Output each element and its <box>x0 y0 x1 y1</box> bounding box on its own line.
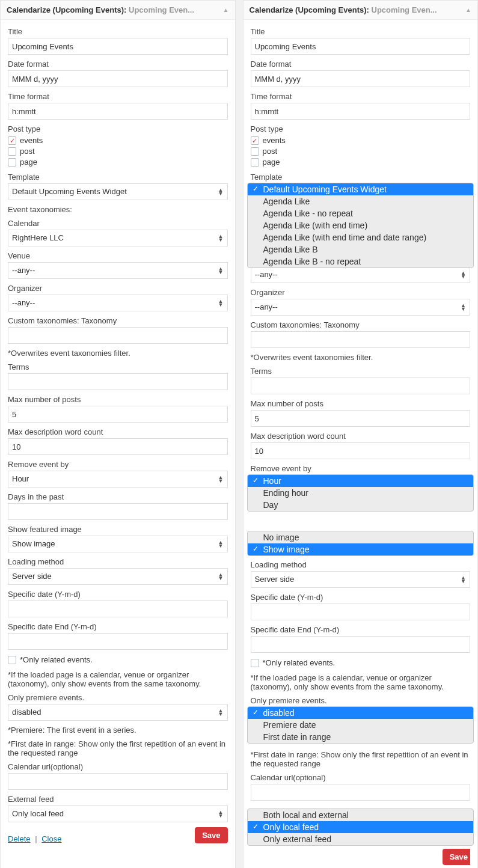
widget-panel-left: Calendarize (Upcoming Events): Upcoming … <box>0 0 236 868</box>
save-button[interactable]: Save <box>195 827 227 843</box>
post-checkbox-label: post <box>20 146 35 157</box>
only-premiere-select[interactable]: disabled ▲▼ <box>8 704 228 721</box>
show-featured-label: Show featured image <box>8 525 228 534</box>
max-posts-label: Max number of posts <box>8 395 228 404</box>
max-posts-input[interactable] <box>251 410 471 427</box>
select-arrows-icon: ▲▼ <box>461 271 466 278</box>
only-premiere-option[interactable]: disabled <box>248 707 474 719</box>
events-checkbox[interactable]: ✓ <box>251 136 259 145</box>
template-option[interactable]: Agenda Like (with end time) <box>248 219 474 231</box>
days-past-label: Days in the past <box>8 492 228 501</box>
show-featured-option[interactable]: Show image <box>248 543 474 555</box>
ext-feed-option[interactable]: Only local feed <box>248 821 474 833</box>
select-arrows-icon: ▲▼ <box>218 299 224 307</box>
remove-by-select[interactable]: Hour ▲▼ <box>8 471 228 487</box>
remove-by-label: Remove event by <box>251 464 471 473</box>
template-option[interactable]: Agenda Like B - no repeat <box>248 255 474 267</box>
spec-date-end-label: Specific date End (Y-m-d) <box>251 625 471 634</box>
ext-feed-label: External feed <box>8 795 228 804</box>
post-type-label: Post type <box>251 124 471 133</box>
max-posts-input[interactable] <box>8 406 228 423</box>
remove-by-option[interactable]: Day <box>248 499 474 511</box>
max-desc-input[interactable] <box>8 438 228 455</box>
spec-date-input[interactable] <box>8 601 228 617</box>
organizer-select[interactable]: --any-- ▲▼ <box>251 299 471 316</box>
terms-input[interactable] <box>8 373 228 390</box>
days-past-input[interactable] <box>8 503 228 520</box>
panel-header[interactable]: Calendarize (Upcoming Events): Upcoming … <box>244 1 478 20</box>
header-suffix: Upcoming Even... <box>372 5 437 14</box>
only-premiere-select-open[interactable]: disabled Premiere date First date in ran… <box>247 706 474 744</box>
page-checkbox[interactable] <box>8 158 16 167</box>
calendar-select[interactable]: RightHere LLC ▲▼ <box>8 230 228 246</box>
ext-feed-select[interactable]: Only local feed ▲▼ <box>8 805 228 822</box>
page-checkbox-label: page <box>20 157 37 168</box>
only-premiere-option[interactable]: Premiere date <box>248 719 474 731</box>
close-link[interactable]: Close <box>41 834 61 843</box>
max-desc-input[interactable] <box>251 442 471 459</box>
template-select[interactable]: Default Upcoming Events Widget ▲▼ <box>8 183 228 200</box>
loading-select[interactable]: Server side ▲▼ <box>8 568 228 585</box>
template-select-open[interactable]: Default Upcoming Events Widget Agenda Li… <box>247 183 474 268</box>
date-format-input[interactable] <box>8 70 228 87</box>
template-option[interactable]: Agenda Like (with end time and date rang… <box>248 231 474 243</box>
page-checkbox[interactable] <box>251 158 259 167</box>
title-input[interactable] <box>8 38 228 55</box>
spec-date-input[interactable] <box>251 604 471 620</box>
save-button[interactable]: Save <box>443 849 470 865</box>
loading-select[interactable]: Server side ▲▼ <box>251 571 471 588</box>
only-related-checkbox[interactable] <box>8 656 16 664</box>
custom-tax-input[interactable] <box>8 327 228 344</box>
related-note: *If the loaded page is a calendar, venue… <box>251 673 471 691</box>
post-checkbox[interactable] <box>8 147 16 156</box>
template-option[interactable]: Agenda Like - no repeat <box>248 207 474 219</box>
remove-by-select-open[interactable]: Hour Ending hour Day <box>247 474 474 512</box>
spec-date-end-input[interactable] <box>8 633 228 650</box>
remove-by-label: Remove event by <box>8 460 228 469</box>
time-format-input[interactable] <box>251 103 471 120</box>
custom-tax-label: Custom taxonomies: Taxonomy <box>251 320 471 329</box>
cal-url-label: Calendar url(optional) <box>8 762 228 771</box>
select-arrows-icon: ▲▼ <box>218 475 224 483</box>
header-prefix: Calendarize (Upcoming Events): <box>7 5 126 14</box>
header-suffix: Upcoming Even... <box>129 5 194 14</box>
cal-url-label: Calendar url(optional) <box>251 773 471 782</box>
terms-input[interactable] <box>251 377 471 394</box>
show-featured-option[interactable]: No image <box>248 531 474 543</box>
widget-panel-right: Calendarize (Upcoming Events): Upcoming … <box>243 0 479 868</box>
organizer-select[interactable]: --any-- ▲▼ <box>8 295 228 311</box>
date-format-label: Date format <box>8 60 228 69</box>
post-checkbox[interactable] <box>251 147 259 156</box>
remove-by-option[interactable]: Hour <box>248 475 474 487</box>
events-checkbox[interactable]: ✓ <box>8 136 16 145</box>
panel-header[interactable]: Calendarize (Upcoming Events): Upcoming … <box>1 1 235 20</box>
max-posts-label: Max number of posts <box>251 399 471 408</box>
delete-link[interactable]: Delete <box>8 834 31 843</box>
date-format-input[interactable] <box>251 70 471 87</box>
show-featured-select-open[interactable]: No image Show image <box>247 531 474 556</box>
cal-url-input[interactable] <box>251 784 471 801</box>
only-premiere-option[interactable]: First date in range <box>248 731 474 743</box>
template-option[interactable]: Default Upcoming Events Widget <box>248 183 474 195</box>
related-note: *If the loaded page is a calendar, venue… <box>8 670 228 688</box>
template-option[interactable]: Agenda Like <box>248 195 474 207</box>
template-option[interactable]: Agenda Like B <box>248 243 474 255</box>
time-format-input[interactable] <box>8 103 228 120</box>
venue-label: Venue <box>8 251 228 260</box>
only-related-checkbox[interactable] <box>251 659 259 667</box>
show-featured-select[interactable]: Show image ▲▼ <box>8 536 228 552</box>
spec-date-end-input[interactable] <box>251 636 471 653</box>
ext-feed-option[interactable]: Both local and external <box>248 809 474 821</box>
title-input[interactable] <box>251 38 471 55</box>
custom-tax-input[interactable] <box>251 331 471 348</box>
venue-select[interactable]: --any-- ▲▼ <box>8 262 228 279</box>
select-arrows-icon: ▲▼ <box>218 709 224 716</box>
ext-feed-option[interactable]: Only external feed <box>248 833 474 845</box>
spec-date-label: Specific date (Y-m-d) <box>8 590 228 599</box>
title-label: Title <box>8 27 228 36</box>
venue-select[interactable]: --any-- ▲▼ <box>251 266 471 283</box>
events-checkbox-label: events <box>263 135 286 146</box>
ext-feed-select-open[interactable]: Both local and external Only local feed … <box>247 808 474 846</box>
cal-url-input[interactable] <box>8 773 228 790</box>
remove-by-option[interactable]: Ending hour <box>248 487 474 499</box>
